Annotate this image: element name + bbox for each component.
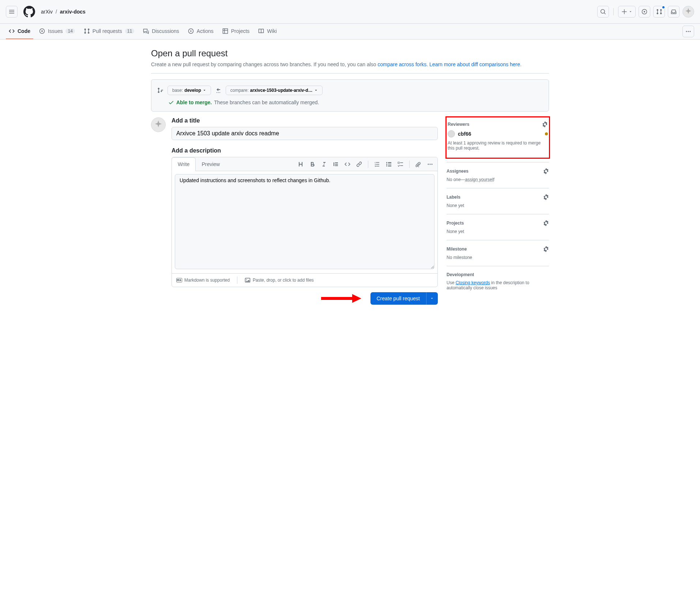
- svg-point-3: [41, 30, 43, 32]
- tab-wiki[interactable]: Wiki: [255, 24, 279, 39]
- breadcrumb-owner[interactable]: arXiv: [41, 9, 53, 15]
- svg-point-8: [690, 31, 691, 32]
- unordered-list-icon: [386, 161, 392, 167]
- base-branch-value: develop: [184, 88, 201, 93]
- pr-title-input[interactable]: [172, 127, 438, 140]
- page-subtitle: Create a new pull request by comparing c…: [151, 61, 549, 67]
- link-button[interactable]: [356, 161, 362, 167]
- pull-request-icon: [84, 28, 90, 34]
- projects-gear-button[interactable]: [543, 220, 549, 226]
- markdown-support-hint[interactable]: Markdown is supported: [176, 278, 230, 283]
- hamburger-menu-button[interactable]: [6, 6, 18, 18]
- tab-projects[interactable]: Projects: [219, 24, 253, 39]
- bold-button[interactable]: [309, 161, 315, 167]
- italic-button[interactable]: [321, 161, 327, 167]
- inbox-icon: [671, 9, 677, 15]
- task-list-button[interactable]: [398, 161, 403, 167]
- caret-down-icon: [629, 10, 632, 14]
- merge-status: Able to merge. These branches can be aut…: [157, 99, 543, 105]
- subtitle-text: .: [520, 61, 522, 67]
- unordered-list-button[interactable]: [386, 161, 392, 167]
- compare-branch-select[interactable]: compare: arxivce-1503-update-arxiv-d…: [226, 86, 323, 95]
- editor-toolbar: [293, 161, 437, 168]
- tab-label: Actions: [197, 28, 214, 34]
- compare-forks-link[interactable]: compare across forks: [377, 61, 426, 67]
- github-logo-icon[interactable]: [23, 6, 35, 18]
- create-pull-request-button[interactable]: Create pull request: [370, 292, 426, 305]
- breadcrumb-repo[interactable]: arxiv-docs: [60, 9, 86, 15]
- svg-point-7: [688, 31, 689, 32]
- topbar-actions: [597, 6, 694, 18]
- svg-point-13: [386, 163, 387, 165]
- quote-button[interactable]: [333, 161, 339, 167]
- closing-keywords-link[interactable]: Closing keywords: [456, 280, 490, 285]
- notification-dot: [662, 5, 665, 9]
- sidebar-milestone: Milestone No milestone: [447, 240, 549, 266]
- heading-button[interactable]: [298, 161, 304, 167]
- plus-icon: [621, 9, 627, 15]
- reviewers-gear-button[interactable]: [542, 121, 548, 127]
- tab-label: Pull requests: [93, 28, 122, 34]
- tab-actions[interactable]: Actions: [185, 24, 217, 39]
- write-tab[interactable]: Write: [172, 157, 196, 171]
- code-button[interactable]: [345, 161, 350, 167]
- description-textarea[interactable]: Updated instructions and screenshots to …: [175, 174, 434, 269]
- gear-icon: [542, 121, 548, 127]
- pull-requests-button[interactable]: [653, 6, 665, 18]
- assignees-gear-button[interactable]: [543, 168, 549, 174]
- more-button[interactable]: [427, 161, 433, 167]
- development-body: Use Closing keywords in the description …: [447, 280, 549, 290]
- development-title: Development: [447, 272, 474, 277]
- gear-icon: [543, 246, 549, 252]
- sidebar-assignees: Assignees No one—assign yourself: [447, 162, 549, 188]
- svg-point-18: [432, 163, 433, 165]
- create-new-button[interactable]: [618, 6, 636, 18]
- tab-issues[interactable]: Issues 14: [36, 24, 78, 39]
- reviewers-note: At least 1 approving review is required …: [448, 140, 548, 151]
- dev-prefix: Use: [447, 280, 456, 285]
- assignees-prefix: No one—: [447, 177, 465, 182]
- kebab-icon: [685, 29, 691, 34]
- toolbar-divider: [368, 161, 368, 168]
- create-pr-dropdown-button[interactable]: [426, 292, 438, 305]
- preview-tab[interactable]: Preview: [196, 158, 226, 171]
- assign-yourself-link[interactable]: assign yourself: [465, 177, 494, 182]
- tab-code[interactable]: Code: [6, 24, 33, 39]
- sidebar-reviewers: Reviewers cbf66 At least 1 approving rev…: [448, 119, 548, 157]
- markdown-icon: [176, 278, 182, 282]
- ordered-list-button[interactable]: [374, 161, 380, 167]
- hamburger-icon: [9, 9, 15, 15]
- attach-button[interactable]: [415, 161, 421, 167]
- repo-nav: Code Issues 14 Pull requests 11 Discussi…: [0, 24, 700, 40]
- search-button[interactable]: [597, 6, 609, 18]
- link-icon: [356, 161, 362, 167]
- tab-discussions[interactable]: Discussions: [140, 24, 182, 39]
- tasklist-icon: [398, 161, 403, 167]
- tab-label: Code: [18, 28, 30, 34]
- compare-branches-box: base: develop compare: arxivce-1503-upda…: [151, 79, 549, 112]
- base-branch-select[interactable]: base: develop: [168, 86, 211, 95]
- check-icon: [168, 99, 174, 105]
- code-icon: [9, 28, 15, 34]
- description-field-label: Add a description: [172, 147, 438, 154]
- search-icon: [600, 9, 606, 15]
- labels-body: None yet: [447, 203, 549, 208]
- issues-count-badge: 14: [65, 29, 75, 34]
- avatar-image-icon: [684, 7, 693, 16]
- milestone-title: Milestone: [447, 247, 467, 252]
- ordered-list-icon: [374, 161, 380, 167]
- tab-pull-requests[interactable]: Pull requests 11: [81, 24, 137, 39]
- svg-point-10: [218, 92, 219, 93]
- inbox-button[interactable]: [668, 6, 680, 18]
- milestone-gear-button[interactable]: [543, 246, 549, 252]
- learn-more-link[interactable]: Learn more about diff comparisons here: [429, 61, 520, 67]
- subtitle-text: Create a new pull request by comparing c…: [151, 61, 377, 67]
- reviewer-item[interactable]: cbf66: [448, 130, 548, 138]
- file-drop-hint[interactable]: Paste, drop, or click to add files: [245, 277, 314, 283]
- caret-down-icon: [430, 297, 434, 300]
- user-avatar[interactable]: [682, 6, 694, 18]
- tab-overflow-button[interactable]: [682, 26, 694, 37]
- issues-button[interactable]: [639, 6, 650, 18]
- svg-point-11: [219, 92, 220, 93]
- labels-gear-button[interactable]: [543, 194, 549, 200]
